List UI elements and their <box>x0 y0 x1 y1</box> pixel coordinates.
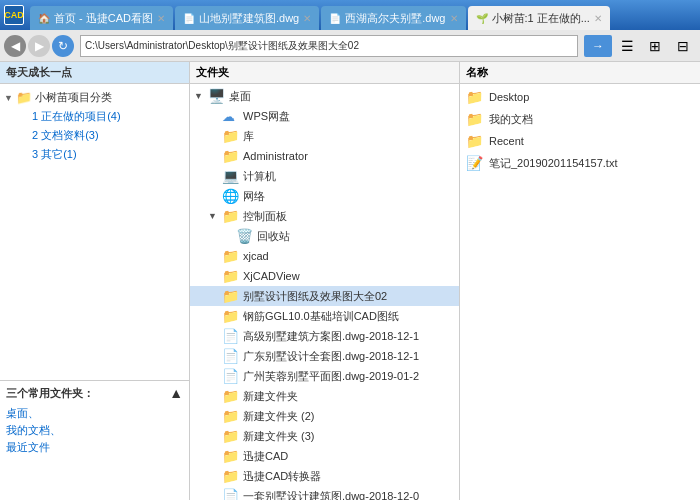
file-item-3[interactable]: 📝笔记_20190201154157.txt <box>460 152 700 174</box>
folder-item-19[interactable]: 📁迅捷CAD转换器 <box>190 466 459 486</box>
left-panel: 每天成长一点 ▼ 📁 小树苗项目分类 1 正在做的项目(4)2 文档资料(3)3… <box>0 62 190 500</box>
view-buttons: ☰ ⊞ ⊟ <box>614 33 696 59</box>
toolbar: ◀ ▶ ↻ C:\Users\Administrator\Desktop\别墅设… <box>0 30 700 62</box>
view-large-button[interactable]: ⊟ <box>670 33 696 59</box>
folder-item-16[interactable]: 📁新建文件夹 (2) <box>190 406 459 426</box>
right-panel: 名称 📁Desktop📁我的文档📁Recent📝笔记_2019020115415… <box>460 62 700 500</box>
tab-2[interactable]: 📄西湖高尔夫别墅.dwg✕ <box>321 6 465 30</box>
folder-item-7[interactable]: 🗑️回收站 <box>190 226 459 246</box>
folder-item-0[interactable]: ▼🖥️桌面 <box>190 86 459 106</box>
folder-item-4[interactable]: 💻计算机 <box>190 166 459 186</box>
file-list: 📁Desktop📁我的文档📁Recent📝笔记_20190201154157.t… <box>460 84 700 500</box>
folder-item-15[interactable]: 📁新建文件夹 <box>190 386 459 406</box>
folder-item-5[interactable]: 🌐网络 <box>190 186 459 206</box>
view-list-button[interactable]: ☰ <box>614 33 640 59</box>
back-button[interactable]: ◀ <box>4 35 26 57</box>
refresh-button[interactable]: ↻ <box>52 35 74 57</box>
file-item-2[interactable]: 📁Recent <box>460 130 700 152</box>
middle-panel: 文件夹 ▼🖥️桌面☁WPS网盘📁库📁Administrator💻计算机🌐网络▼📁… <box>190 62 460 500</box>
folder-item-6[interactable]: ▼📁控制面板 <box>190 206 459 226</box>
bottom-panel-header: 三个常用文件夹： ▲ <box>6 385 183 401</box>
app-logo: CAD <box>4 5 24 25</box>
folder-tree: ▼🖥️桌面☁WPS网盘📁库📁Administrator💻计算机🌐网络▼📁控制面板… <box>190 84 459 500</box>
folder-item-10[interactable]: 📁别墅设计图纸及效果图大全02 <box>190 286 459 306</box>
folder-item-2[interactable]: 📁库 <box>190 126 459 146</box>
folder-item-18[interactable]: 📁迅捷CAD <box>190 446 459 466</box>
folder-item-1[interactable]: ☁WPS网盘 <box>190 106 459 126</box>
folder-item-8[interactable]: 📁xjcad <box>190 246 459 266</box>
tab-3[interactable]: 🌱小树苗:1 正在做的...✕ <box>468 6 610 30</box>
view-detail-button[interactable]: ⊞ <box>642 33 668 59</box>
tree-item-0[interactable]: 1 正在做的项目(4) <box>0 107 189 126</box>
tab-1[interactable]: 📄山地别墅建筑图.dwg✕ <box>175 6 319 30</box>
folder-item-11[interactable]: 📁钢筋GGL10.0基础培训CAD图纸 <box>190 306 459 326</box>
tree-root[interactable]: ▼ 📁 小树苗项目分类 <box>0 88 189 107</box>
address-bar[interactable]: C:\Users\Administrator\Desktop\别墅设计图纸及效果… <box>80 35 578 57</box>
folder-header: 文件夹 <box>190 62 459 84</box>
right-header: 名称 <box>460 62 700 84</box>
folder-item-9[interactable]: 📁XjCADView <box>190 266 459 286</box>
left-panel-header: 每天成长一点 <box>0 62 189 84</box>
scroll-up-icon[interactable]: ▲ <box>169 385 183 401</box>
project-tree: ▼ 📁 小树苗项目分类 1 正在做的项目(4)2 文档资料(3)3 其它(1) <box>0 84 189 380</box>
forward-button[interactable]: ▶ <box>28 35 50 57</box>
file-item-1[interactable]: 📁我的文档 <box>460 108 700 130</box>
main-layout: 每天成长一点 ▼ 📁 小树苗项目分类 1 正在做的项目(4)2 文档资料(3)3… <box>0 62 700 500</box>
folder-item-14[interactable]: 📄广州芙蓉别墅平面图.dwg-2019-01-2 <box>190 366 459 386</box>
tab-bar: 🏠首页 - 迅捷CAD看图✕📄山地别墅建筑图.dwg✕📄西湖高尔夫别墅.dwg✕… <box>30 0 610 30</box>
bottom-link-0[interactable]: 桌面、 <box>6 405 183 422</box>
address-text: C:\Users\Administrator\Desktop\别墅设计图纸及效果… <box>85 39 359 53</box>
title-bar: CAD 🏠首页 - 迅捷CAD看图✕📄山地别墅建筑图.dwg✕📄西湖高尔夫别墅.… <box>0 0 700 30</box>
tree-item-1[interactable]: 2 文档资料(3) <box>0 126 189 145</box>
go-button[interactable]: → <box>584 35 612 57</box>
folder-item-12[interactable]: 📄高级别墅建筑方案图.dwg-2018-12-1 <box>190 326 459 346</box>
bottom-panel: 三个常用文件夹： ▲ 桌面、我的文档、最近文件 <box>0 380 189 500</box>
folder-item-13[interactable]: 📄广东别墅设计全套图.dwg-2018-12-1 <box>190 346 459 366</box>
bottom-link-1[interactable]: 我的文档、 <box>6 422 183 439</box>
folder-item-20[interactable]: 📄一套别墅设计建筑图.dwg-2018-12-0 <box>190 486 459 500</box>
folder-item-3[interactable]: 📁Administrator <box>190 146 459 166</box>
file-item-0[interactable]: 📁Desktop <box>460 86 700 108</box>
tree-item-2[interactable]: 3 其它(1) <box>0 145 189 164</box>
bottom-link-2[interactable]: 最近文件 <box>6 439 183 456</box>
folder-item-17[interactable]: 📁新建文件夹 (3) <box>190 426 459 446</box>
tab-0[interactable]: 🏠首页 - 迅捷CAD看图✕ <box>30 6 173 30</box>
